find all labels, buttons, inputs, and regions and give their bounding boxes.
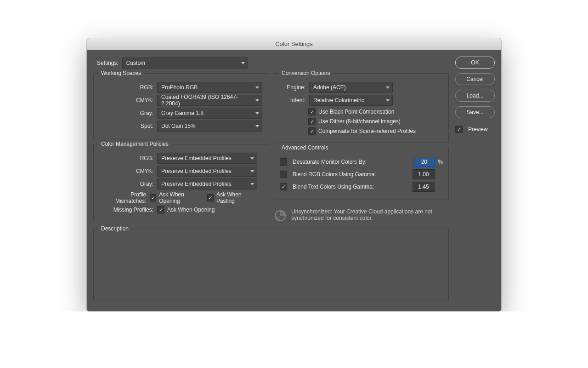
- pol-gray-select[interactable]: Preserve Embedded Profiles: [157, 178, 257, 190]
- ok-button[interactable]: OK: [455, 57, 495, 69]
- missing-profiles-label: Missing Profiles:: [99, 207, 157, 213]
- desaturate-input[interactable]: [413, 157, 435, 167]
- blend-rgb-checkbox[interactable]: [280, 171, 287, 178]
- pol-cmyk-select[interactable]: Preserve Embedded Profiles: [157, 166, 257, 177]
- missing-open-label: Ask When Opening: [167, 207, 215, 213]
- sync-text: Unsynchronized: Your Creative Cloud appl…: [291, 208, 449, 221]
- working-spaces-panel: Working Spaces RGB: ProPhoto RGB CMYK: C…: [93, 73, 268, 139]
- desaturate-label: Desaturate Monitor Colors By:: [293, 159, 410, 165]
- preview-label: Preview: [468, 126, 488, 132]
- blend-text-checkbox[interactable]: [280, 183, 287, 190]
- blend-text-input[interactable]: [413, 182, 435, 192]
- dither-checkbox[interactable]: [308, 118, 316, 125]
- pol-cmyk-label: CMYK:: [99, 168, 157, 174]
- blend-text-label: Blend Text Colors Using Gamma:: [293, 184, 410, 190]
- advanced-legend: Advanced Controls: [279, 144, 331, 151]
- intent-select[interactable]: Relative Colorimetric: [309, 95, 393, 106]
- mismatch-paste-checkbox[interactable]: [207, 194, 214, 201]
- conversion-panel: Conversion Options Engine: Adobe (ACE) I…: [274, 73, 449, 143]
- conversion-legend: Conversion Options: [279, 70, 333, 76]
- ws-spot-label: Spot:: [99, 123, 157, 129]
- ws-rgb-label: RGB:: [99, 84, 157, 91]
- sync-icon: [274, 209, 287, 222]
- policies-legend: Color Management Policies: [98, 141, 171, 147]
- blend-rgb-input[interactable]: [413, 169, 435, 179]
- engine-label: Engine:: [280, 84, 309, 91]
- pol-rgb-select[interactable]: Preserve Embedded Profiles: [157, 153, 257, 164]
- save-button[interactable]: Save...: [455, 106, 495, 118]
- bpc-checkbox[interactable]: [308, 108, 316, 115]
- desaturate-checkbox[interactable]: [280, 158, 287, 166]
- policies-panel: Color Management Policies RGB: Preserve …: [93, 144, 268, 221]
- scene-label: Compensate for Scene-referred Profiles: [318, 128, 416, 134]
- dialog-title: Color Settings: [87, 38, 501, 50]
- ws-gray-select[interactable]: Gray Gamma 1.8: [157, 108, 262, 119]
- pol-rgb-label: RGB:: [99, 155, 157, 161]
- scene-checkbox[interactable]: [308, 127, 316, 135]
- load-button[interactable]: Load...: [455, 90, 495, 102]
- settings-label: Settings:: [97, 60, 119, 66]
- ws-rgb-select[interactable]: ProPhoto RGB: [157, 82, 262, 93]
- mismatch-open-label: Ask When Opening: [159, 191, 200, 204]
- advanced-panel: Advanced Controls Desaturate Monitor Col…: [274, 148, 449, 200]
- mismatch-paste-label: Ask When Pasting: [216, 191, 255, 204]
- ws-cmyk-label: CMYK:: [99, 97, 157, 104]
- desaturate-suffix: %: [438, 159, 443, 165]
- intent-label: Intent:: [280, 97, 309, 104]
- settings-select[interactable]: Custom: [122, 58, 248, 69]
- blend-rgb-label: Blend RGB Colors Using Gamma:: [293, 171, 410, 178]
- ws-spot-select[interactable]: Dot Gain 15%: [157, 121, 262, 132]
- description-legend: Description: [98, 225, 131, 232]
- missing-open-checkbox[interactable]: [157, 206, 164, 213]
- dither-label: Use Dither (8-bit/channel images): [318, 118, 401, 125]
- working-spaces-legend: Working Spaces: [98, 70, 144, 76]
- color-settings-dialog: Color Settings Settings: Custom Working …: [87, 38, 501, 311]
- bpc-label: Use Black Point Compensation: [318, 109, 394, 115]
- description-panel: Description: [93, 229, 449, 300]
- sync-status: Unsynchronized: Your Creative Cloud appl…: [274, 208, 449, 222]
- profile-mismatches-label: Profile Mismatches:: [99, 191, 150, 204]
- mismatch-open-checkbox[interactable]: [150, 194, 156, 201]
- ws-cmyk-select[interactable]: Coated FOGRA39 (ISO 12647-2:2004): [157, 95, 262, 106]
- preview-checkbox[interactable]: [455, 126, 463, 133]
- pol-gray-label: Gray:: [99, 181, 157, 187]
- cancel-button[interactable]: Cancel: [455, 73, 495, 85]
- engine-select[interactable]: Adobe (ACE): [309, 82, 393, 93]
- ws-gray-label: Gray:: [99, 110, 157, 116]
